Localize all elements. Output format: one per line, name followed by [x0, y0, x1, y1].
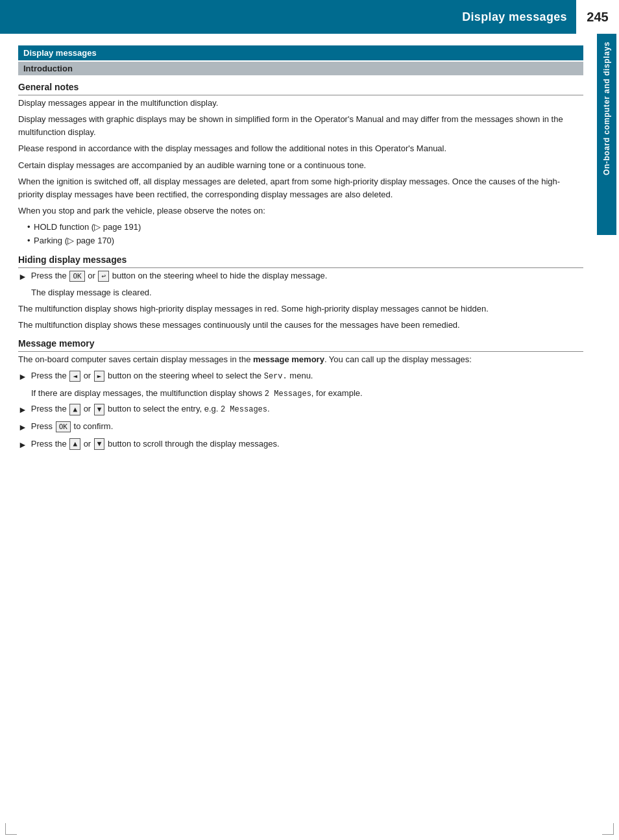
page-number: 245 [587, 10, 608, 25]
memory-step-2-text: Press the ▲ or ▼ button to select the en… [31, 402, 270, 416]
general-notes-para-5: When the ignition is switched off, all d… [18, 175, 583, 201]
general-notes-para-1: Display messages appear in the multifunc… [18, 97, 583, 110]
side-tab: On-board computer and displays [594, 34, 619, 235]
memory-step-3: ► Press OK to confirm. [18, 420, 583, 435]
hiding-step-1-text: Press the OK or ↩ button on the steering… [31, 269, 328, 282]
corner-mark-bl [5, 823, 17, 835]
memory-step-1: ► Press the ◄ or ► button on the steerin… [18, 369, 583, 384]
memory-step-1-indent: If there are display messages, the multi… [31, 387, 583, 401]
hiding-para-2: The multifunction display shows these me… [18, 319, 583, 332]
down-btn-2: ▼ [94, 438, 105, 449]
step-arrow-m1: ► [18, 370, 27, 384]
message-memory-intro: The on-board computer saves certain disp… [18, 353, 583, 366]
message-memory-title: Message memory [18, 338, 583, 352]
general-notes-para-3: Please respond in accordance with the di… [18, 142, 583, 155]
corner-mark-br [602, 823, 614, 835]
up-btn-2: ▲ [69, 438, 80, 449]
memory-step-3-text: Press OK to confirm. [31, 420, 113, 433]
step-arrow-m2: ► [18, 403, 27, 417]
back-button-1: ↩ [98, 271, 109, 282]
header-title: Display messages [462, 10, 567, 24]
step-arrow-1: ► [18, 270, 27, 284]
side-tab-label: On-board computer and displays [597, 34, 616, 183]
down-btn-1: ▼ [94, 404, 105, 415]
serv-menu: Serv. [264, 372, 287, 381]
two-messages-2: 2 Messages [221, 405, 267, 414]
hiding-step-1-indent: The display message is cleared. [31, 286, 583, 299]
general-notes-para-2: Display messages with graphic displays m… [18, 113, 583, 139]
left-btn-1: ◄ [69, 371, 80, 382]
two-messages-1: 2 Messages [265, 389, 311, 399]
ok-button-1: OK [69, 271, 84, 282]
memory-step-2: ► Press the ▲ or ▼ button to select the … [18, 402, 583, 417]
step-arrow-m3: ► [18, 421, 27, 435]
general-notes-bullets: HOLD function (▷ page 191) Parking (▷ pa… [27, 221, 583, 248]
introduction-header: Introduction [18, 62, 583, 75]
ok-button-2: OK [56, 421, 71, 432]
right-btn-1: ► [94, 371, 105, 382]
bullet-hold: HOLD function (▷ page 191) [27, 221, 583, 234]
general-notes-title: General notes [18, 82, 583, 95]
display-messages-header: Display messages [18, 45, 583, 60]
side-tab-accent [597, 183, 616, 235]
bullet-parking: Parking (▷ page 170) [27, 234, 583, 248]
page-number-box: 245 [575, 0, 619, 34]
general-notes-para-4: Certain display messages are accompanied… [18, 159, 583, 172]
up-btn-1: ▲ [69, 404, 80, 415]
hiding-messages-title: Hiding display messages [18, 254, 583, 268]
memory-step-1-text: Press the ◄ or ► button on the steering … [31, 369, 313, 383]
memory-step-4: ► Press the ▲ or ▼ button to scroll thro… [18, 438, 583, 452]
step-arrow-m4: ► [18, 438, 27, 452]
general-notes-para-6: When you stop and park the vehicle, plea… [18, 204, 583, 217]
main-content: Display messages Introduction General no… [18, 39, 583, 454]
hiding-para-1: The multifunction display shows high-pri… [18, 303, 583, 315]
hiding-step-1: ► Press the OK or ↩ button on the steeri… [18, 269, 583, 284]
top-header: Display messages 245 [0, 0, 619, 34]
message-memory-bold: message memory [253, 354, 324, 364]
memory-step-4-text: Press the ▲ or ▼ button to scroll throug… [31, 438, 280, 451]
